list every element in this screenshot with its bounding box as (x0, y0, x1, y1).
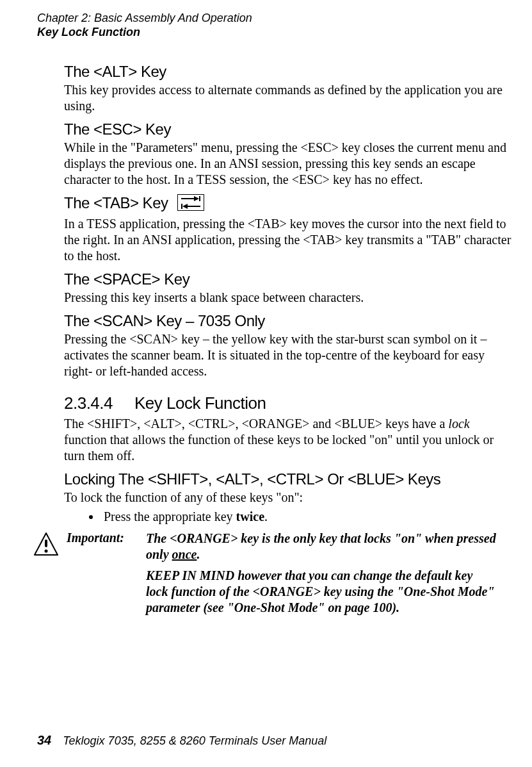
footer: 34Teklogix 7035, 8255 & 8260 Terminals U… (37, 733, 326, 748)
bullet-post: . (264, 509, 268, 524)
important-text-1: The <ORANGE> key is the only key that lo… (146, 531, 497, 563)
svg-point-9 (45, 550, 48, 553)
section-title: Key Lock Function (134, 393, 266, 413)
heading-tab-key: The <TAB> Key (64, 194, 512, 215)
bullet-pre: Press the appropriate key (104, 509, 236, 524)
bullet-item: Press the appropriate key twice. (101, 509, 512, 524)
heading-tab-key-text: The <TAB> Key (64, 194, 168, 211)
section-number: 2.3.4.4 (64, 393, 134, 413)
keylock-body-pre: The <SHIFT>, <ALT>, <CTRL>, <ORANGE> and… (64, 416, 448, 431)
body-space-key: Pressing this key inserts a blank space … (64, 290, 512, 306)
heading-key-lock-function: 2.3.4.4Key Lock Function (64, 393, 512, 413)
page: Chapter 2: Basic Assembly And Operation … (0, 0, 532, 767)
svg-rect-8 (45, 540, 47, 547)
body-alt-key: This key provides access to alternate co… (64, 82, 512, 114)
page-number: 34 (37, 733, 51, 747)
important-line1-post: . (197, 547, 200, 561)
important-note: Important:The <ORANGE> key is the only k… (33, 531, 512, 616)
body-esc-key: While in the "Parameters" menu, pressing… (64, 140, 512, 188)
heading-esc-key: The <ESC> Key (64, 120, 512, 138)
bullet-bold: twice (236, 509, 264, 524)
heading-locking-keys: Locking The <SHIFT>, <ALT>, <CTRL> Or <B… (64, 470, 512, 488)
keylock-body-italic: lock (448, 416, 469, 431)
important-block: Important:The <ORANGE> key is the only k… (67, 531, 512, 616)
heading-scan-key: The <SCAN> Key – 7035 Only (64, 312, 512, 330)
body-locking: To lock the function of any of these key… (64, 490, 512, 506)
important-text-2: KEEP IN MIND however that you can change… (146, 568, 497, 616)
tab-key-icon (177, 194, 204, 215)
heading-alt-key: The <ALT> Key (64, 63, 512, 81)
heading-space-key: The <SPACE> Key (64, 270, 512, 288)
running-header: Chapter 2: Basic Assembly And Operation … (37, 12, 252, 39)
content-area: The <ALT> Key This key provides access t… (64, 58, 512, 616)
body-scan-key: Pressing the <SCAN> key – the yellow key… (64, 331, 512, 379)
body-key-lock: The <SHIFT>, <ALT>, <CTRL>, <ORANGE> and… (64, 416, 512, 464)
important-label: Important: (67, 531, 146, 545)
bullet-list: Press the appropriate key twice. (64, 509, 512, 524)
body-tab-key: In a TESS application, pressing the <TAB… (64, 216, 512, 264)
keylock-body-post: function that allows the function of the… (64, 433, 494, 463)
warning-icon (33, 532, 67, 560)
header-chapter: Chapter 2: Basic Assembly And Operation (37, 12, 252, 26)
header-section: Key Lock Function (37, 26, 252, 40)
important-line1-under: once (172, 547, 197, 561)
manual-title: Teklogix 7035, 8255 & 8260 Terminals Use… (63, 734, 326, 747)
